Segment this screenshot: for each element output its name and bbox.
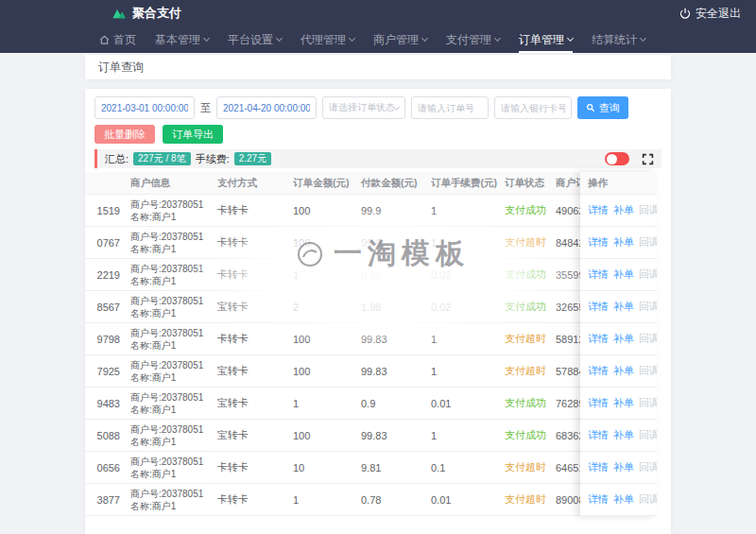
main-nav: 首页 基本管理 平台设置 代理管理 商户管理 支付管理 订单管理 结算统计: [0, 26, 756, 53]
order-status: 支付成功: [499, 428, 550, 442]
detail-link[interactable]: 详情: [588, 492, 609, 507]
topbar: 聚合支付 安全退出: [0, 0, 756, 26]
action-row: 批量删除 订单导出: [94, 125, 662, 144]
logout-button[interactable]: 安全退出: [679, 6, 741, 22]
date-range-separator: 至: [200, 101, 211, 115]
detail-link[interactable]: 详情: [588, 428, 609, 442]
table-row: 0767商户号:20378051名称:商户1卡转卡10099.91支付超时848…: [85, 227, 657, 259]
order-fee: 0.1: [423, 462, 499, 474]
nav-item-merchant-management[interactable]: 商户管理: [373, 26, 427, 53]
nav-label: 基本管理: [155, 32, 200, 48]
callback-link[interactable]: 回调: [639, 428, 657, 442]
row-actions: 详情补单回调: [580, 267, 657, 282]
order-no: 3877: [85, 494, 123, 506]
auto-refresh-toggle[interactable]: [605, 152, 629, 165]
paid-amount: 9.81: [353, 462, 423, 474]
row-actions: 详情补单回调: [580, 492, 657, 507]
detail-link[interactable]: 详情: [588, 267, 609, 282]
nav-item-basic-management[interactable]: 基本管理: [155, 26, 209, 53]
pay-type: 宝转卡: [210, 364, 285, 378]
nav-item-payment-management[interactable]: 支付管理: [446, 26, 500, 53]
table-row-actions: 详情补单回调: [580, 195, 657, 227]
reissue-link[interactable]: 补单: [613, 235, 634, 250]
reissue-link[interactable]: 补单: [613, 203, 634, 217]
filter-bar: 至 请选择订单状态 查询: [94, 96, 662, 119]
order-no: 9798: [85, 334, 123, 345]
reissue-link[interactable]: 补单: [613, 492, 634, 507]
table-row-actions: 详情补单回调: [580, 420, 657, 452]
callback-link[interactable]: 回调: [639, 364, 657, 378]
reissue-link[interactable]: 补单: [613, 332, 634, 346]
order-fee: 0.01: [423, 398, 499, 409]
brand-name: 聚合支付: [132, 5, 181, 22]
order-amount: 1: [285, 269, 353, 281]
callback-link[interactable]: 回调: [639, 396, 657, 410]
table-scroll-area[interactable]: 商户信息 支付方式 订单金额(元) 付款金额(元) 订单手续费(元) 订单状态 …: [85, 172, 657, 516]
order-export-button[interactable]: 订单导出: [163, 125, 223, 144]
reissue-link[interactable]: 补单: [613, 428, 634, 442]
order-amount: 100: [285, 366, 353, 377]
table-header: 商户信息 支付方式 订单金额(元) 付款金额(元) 订单手续费(元) 订单状态 …: [85, 172, 657, 195]
callback-link[interactable]: 回调: [639, 235, 657, 250]
nav-item-agent-management[interactable]: 代理管理: [301, 26, 354, 53]
table-row-actions: 详情补单回调: [580, 323, 657, 355]
order-no: 0767: [85, 237, 123, 249]
pay-type: 卡转卡: [210, 235, 285, 250]
detail-link[interactable]: 详情: [588, 235, 609, 250]
table-row-actions: 详情补单回调: [580, 388, 657, 420]
nav-label: 订单管理: [519, 32, 564, 48]
callback-link[interactable]: 回调: [639, 267, 657, 282]
start-date-input[interactable]: [94, 96, 195, 119]
reissue-link[interactable]: 补单: [613, 396, 634, 410]
order-status: 支付超时: [499, 460, 550, 474]
nav-item-home[interactable]: 首页: [99, 26, 136, 53]
select-placeholder: 请选择订单状态: [329, 101, 394, 114]
reissue-link[interactable]: 补单: [613, 364, 634, 378]
summary-total-label: 汇总:: [105, 152, 129, 166]
reissue-link[interactable]: 补单: [613, 460, 634, 474]
end-date-input[interactable]: [216, 96, 317, 119]
nav-label: 首页: [113, 32, 136, 48]
order-no: 8567: [85, 301, 123, 313]
merchant-info: 商户号:20378051名称:商户1: [123, 423, 210, 448]
merchant-info: 商户号:20378051名称:商户1: [123, 456, 210, 480]
order-status-select[interactable]: 请选择订单状态: [322, 96, 405, 119]
callback-link[interactable]: 回调: [639, 460, 657, 474]
callback-link[interactable]: 回调: [639, 203, 657, 217]
reissue-link[interactable]: 补单: [613, 267, 634, 282]
callback-link[interactable]: 回调: [639, 300, 657, 314]
search-icon: [586, 103, 595, 112]
pay-type: 宝转卡: [210, 300, 285, 314]
callback-link[interactable]: 回调: [639, 492, 657, 507]
col-operations: 操作: [580, 177, 657, 190]
detail-link[interactable]: 详情: [588, 203, 609, 217]
detail-link[interactable]: 详情: [588, 332, 609, 346]
bank-card-input[interactable]: [494, 96, 572, 119]
nav-item-platform-settings[interactable]: 平台设置: [228, 26, 282, 53]
merchant-info: 商户号:20378051名称:商户1: [123, 488, 210, 512]
table-header-fixed: 操作: [580, 172, 657, 195]
nav-item-settlement-stats[interactable]: 结算统计: [592, 26, 645, 53]
table-body: 1519商户号:20378051名称:商户1卡转卡10099.91支付成功490…: [85, 195, 657, 516]
order-status: 支付超时: [499, 235, 550, 250]
search-button[interactable]: 查询: [577, 96, 628, 119]
brand-logo-icon: [112, 7, 127, 20]
detail-link[interactable]: 详情: [588, 300, 609, 314]
order-no-input[interactable]: [411, 96, 489, 119]
reissue-link[interactable]: 补单: [613, 300, 634, 314]
nav-item-order-management[interactable]: 订单管理: [519, 26, 573, 53]
detail-link[interactable]: 详情: [588, 460, 609, 474]
batch-delete-button[interactable]: 批量删除: [94, 125, 155, 144]
col-paid-amount: 付款金额(元): [353, 177, 423, 190]
callback-link[interactable]: 回调: [639, 332, 657, 346]
col-order-fee: 订单手续费(元): [423, 177, 499, 190]
detail-link[interactable]: 详情: [588, 364, 609, 378]
fullscreen-icon[interactable]: [642, 153, 654, 165]
detail-link[interactable]: 详情: [588, 396, 609, 410]
order-fee: 1: [423, 366, 499, 377]
merchant-info: 商户号:20378051名称:商户1: [123, 198, 210, 223]
chevron-down-icon: [203, 35, 210, 42]
logout-label: 安全退出: [696, 6, 741, 22]
order-fee: 1: [423, 430, 499, 441]
order-no: 0656: [85, 462, 123, 474]
